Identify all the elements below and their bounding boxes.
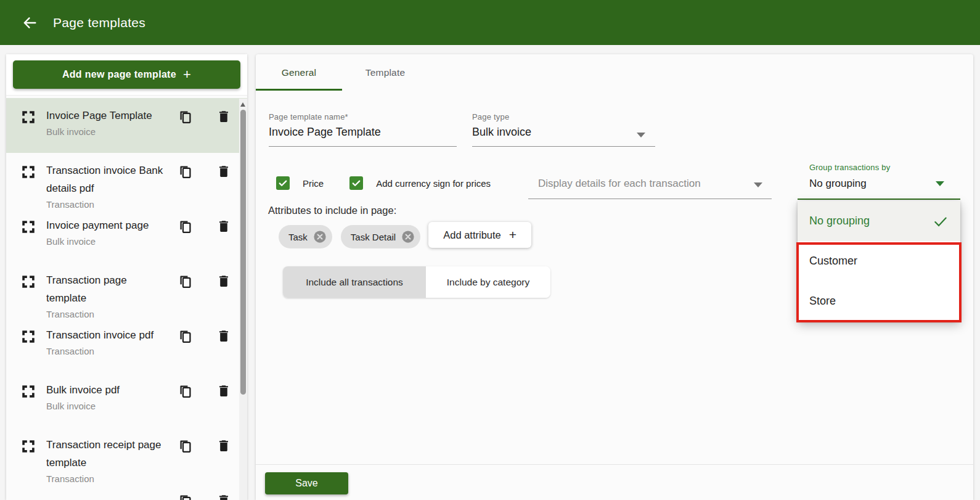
tab-bar: General Template [256, 54, 973, 91]
menu-option-label: Store [809, 295, 836, 308]
include-all-transactions-toggle[interactable]: Include all transactions [283, 266, 426, 298]
copy-icon [178, 274, 193, 289]
group-by-dropdown-menu: No grouping Customer Store [798, 201, 960, 321]
scrollbar-up-arrow-icon[interactable] [240, 102, 245, 107]
copy-icon [178, 164, 193, 179]
template-list-item-transaction-invoice-pdf[interactable]: Transaction invoice pdf Transaction [6, 318, 247, 372]
delete-button[interactable] [215, 163, 232, 180]
plus-icon: + [509, 227, 517, 242]
copy-icon [178, 109, 193, 125]
copy-button[interactable] [176, 163, 194, 180]
page-title: Page templates [53, 15, 145, 30]
save-button[interactable]: Save [265, 472, 348, 494]
delete-button[interactable] [215, 273, 232, 290]
list-item-text: Invoice Page Template Bulk invoice [46, 107, 168, 153]
chip-task: Task [279, 225, 332, 248]
page-type-label: Page type [472, 112, 655, 121]
drag-handle-icon[interactable] [20, 219, 36, 235]
drag-handle-icon[interactable] [20, 329, 36, 345]
chip-task-detail-label: Task Detail [351, 232, 396, 242]
trash-icon [216, 109, 231, 124]
menu-option-label: Customer [809, 255, 857, 268]
trash-icon [216, 219, 231, 234]
page-type-select[interactable]: Page type Bulk invoice [472, 112, 655, 147]
template-list-item-invoice-page-template[interactable]: Invoice Page Template Bulk invoice [6, 98, 247, 153]
trash-icon [216, 274, 231, 289]
delete-button[interactable] [215, 437, 232, 454]
checkmark-icon [351, 178, 362, 189]
group-transactions-by-select[interactable]: Group transactions by No grouping [798, 159, 960, 200]
transactions-toggle-group: Include all transactions Include by cate… [283, 266, 550, 298]
template-list-item-transaction-invoice-bank-details-pdf[interactable]: Transaction invoice Bank details pdf Tra… [6, 153, 247, 208]
chip-task-detail-remove-button[interactable] [401, 230, 415, 244]
copy-button[interactable] [176, 218, 194, 235]
copy-button[interactable] [176, 327, 194, 345]
attributes-heading: Attributes to include in page: [268, 205, 396, 216]
delete-button[interactable] [215, 382, 232, 400]
include-by-category-toggle[interactable]: Include by category [426, 266, 550, 298]
copy-button[interactable] [176, 108, 194, 125]
template-list-item-partial[interactable] [6, 482, 247, 500]
list-item-text: Invoice payment page Bulk invoice [46, 216, 168, 263]
back-button[interactable] [19, 12, 40, 33]
template-title: Invoice Page Template [46, 107, 168, 125]
include-all-transactions-label: Include all transactions [306, 277, 403, 288]
app-header: Page templates [0, 0, 980, 45]
menu-option-label: No grouping [809, 215, 870, 227]
template-title: Transaction invoice Bank details pdf [46, 162, 168, 197]
trash-icon [216, 438, 231, 453]
add-attribute-button[interactable]: Add attribute + [428, 222, 531, 248]
add-new-page-template-button[interactable]: Add new page template + [13, 60, 240, 89]
delete-button[interactable] [215, 108, 232, 125]
drag-handle-icon[interactable] [20, 164, 36, 180]
attribute-chips-row: Task Task Detail Add attribute + [279, 222, 531, 248]
display-details-select[interactable]: Display details for each transaction [528, 163, 772, 199]
template-title: Transaction invoice pdf [46, 326, 168, 344]
drag-handle-icon[interactable] [20, 438, 36, 454]
template-title: Transaction receipt page template [46, 436, 168, 472]
menu-option-store[interactable]: Store [798, 281, 960, 321]
template-list-item-transaction-page-template[interactable]: Transaction page template Transaction [6, 263, 247, 318]
drag-handle-icon[interactable] [20, 383, 36, 400]
tab-general[interactable]: General [256, 54, 342, 91]
price-checkbox-label: Price [303, 178, 324, 189]
page-template-name-input[interactable] [269, 126, 457, 147]
menu-option-customer[interactable]: Customer [798, 241, 960, 281]
delete-button[interactable] [215, 218, 232, 235]
copy-button[interactable] [176, 492, 194, 500]
add-template-strip: Add new page template + [6, 54, 247, 96]
list-item-text: Transaction invoice pdf Transaction [46, 326, 168, 372]
price-checkbox[interactable] [276, 176, 290, 190]
include-by-category-label: Include by category [447, 277, 529, 288]
list-item-text: Transaction invoice Bank details pdf Tra… [46, 162, 168, 208]
template-list: Invoice Page Template Bulk invoice Trans… [6, 98, 247, 500]
tab-template[interactable]: Template [342, 54, 428, 91]
add-attribute-label: Add attribute [443, 229, 501, 241]
menu-option-no-grouping[interactable]: No grouping [798, 201, 960, 241]
copy-button[interactable] [176, 437, 194, 454]
drag-handle-icon[interactable] [20, 109, 36, 125]
tab-template-label: Template [365, 67, 406, 78]
template-subtitle: Transaction [46, 344, 168, 359]
scrollbar-thumb[interactable] [240, 110, 246, 395]
sidebar: Add new page template + Invoice Page Tem… [6, 54, 247, 500]
delete-button[interactable] [215, 492, 232, 500]
close-circle-icon [313, 230, 327, 244]
template-subtitle: Bulk invoice [46, 234, 168, 249]
sidebar-scrollbar[interactable] [239, 99, 247, 500]
copy-button[interactable] [176, 382, 194, 400]
template-list-item-bulk-invoice-pdf[interactable]: Bulk invoice pdf Bulk invoice [6, 372, 247, 427]
template-list-item-transaction-receipt-page-template[interactable]: Transaction receipt page template Transa… [6, 427, 247, 482]
copy-button[interactable] [176, 273, 194, 290]
chevron-down-icon [936, 181, 944, 186]
page-template-name-label: Page template name* [269, 112, 457, 121]
chip-task-remove-button[interactable] [313, 230, 327, 244]
plus-icon: + [183, 68, 191, 81]
arrow-left-icon [21, 14, 38, 31]
template-title: Bulk invoice pdf [46, 381, 168, 399]
delete-button[interactable] [215, 327, 232, 345]
currency-sign-checkbox[interactable] [349, 176, 363, 190]
drag-handle-icon[interactable] [20, 274, 36, 290]
page-type-value: Bulk invoice [472, 126, 655, 147]
template-list-item-invoice-payment-page[interactable]: Invoice payment page Bulk invoice [6, 208, 247, 263]
